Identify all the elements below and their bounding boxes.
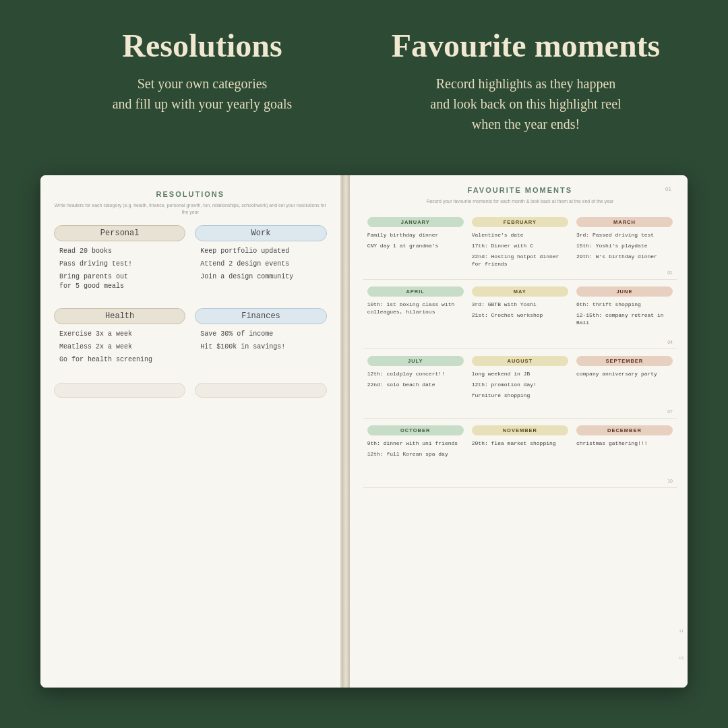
moments-header: Favourite moments Record highlights as t… — [364, 27, 688, 134]
notebook-spine — [342, 175, 350, 688]
resolutions-subtitle: Set your own categoriesand fill up with … — [40, 73, 364, 114]
moment-text: Family birthday dinner — [367, 231, 464, 239]
moment-text: christmas gathering!!! — [576, 439, 673, 447]
month-label-january: JANUARY — [367, 217, 464, 227]
res-item: Meatless 2x a week — [54, 342, 185, 352]
empty-label-2 — [195, 383, 326, 398]
month-label-march: MARCH — [576, 217, 673, 227]
res-item: Exercise 3x a week — [54, 330, 185, 339]
month-april: APRIL 10th: 1st boxing class with collea… — [363, 284, 468, 344]
category-work: Work Keep portfolio updated Attend 2 des… — [195, 225, 326, 295]
category-finances: Finances Save 30% of income Hit $100k in… — [195, 308, 326, 368]
category-work-label: Work — [195, 225, 326, 241]
resolution-grid: Personal Read 20 books Pass driving test… — [54, 225, 327, 372]
moment-text: company anniversary party — [576, 370, 673, 377]
res-item: Save 30% of income — [195, 330, 326, 339]
category-health-label: Health — [54, 308, 185, 324]
month-november: NOVEMBER 20th: flea market shopping — [468, 423, 572, 483]
moments-row-3: JULY 12th: coldplay concert!! 22nd: solo… — [363, 353, 677, 419]
res-item: Go for health screening — [54, 355, 185, 365]
right-page-subtitle: Record your favourite moments for each m… — [363, 198, 677, 205]
empty-label-1 — [54, 383, 185, 398]
row-num-3: 07 — [667, 409, 673, 414]
month-february: FEBRUARY Valentine's date 17th: Dinner w… — [468, 214, 572, 275]
month-september: SEPTEMBER company anniversary party 07 — [572, 353, 677, 414]
moment-text: furniture shopping — [472, 392, 568, 399]
empty-category-1 — [54, 383, 185, 403]
left-page-title: RESOLUTIONS — [54, 190, 327, 198]
page-number: 01 — [665, 186, 671, 192]
moment-text: 9th: dinner with uni friends — [367, 439, 464, 447]
moment-text: 12th: promotion day! — [472, 381, 568, 388]
res-item: Attend 2 design events — [195, 260, 326, 269]
moment-text: 20th: flea market shopping — [472, 439, 568, 447]
moments-title: Favourite moments — [364, 27, 688, 64]
month-january: JANUARY Family birthday dinner CNY day 1… — [363, 214, 468, 275]
moment-text: 12th: coldplay concert!! — [367, 370, 464, 377]
moment-text: 10th: 1st boxing class with colleagues, … — [367, 301, 464, 315]
month-label-april: APRIL — [367, 286, 464, 297]
month-label-september: SEPTEMBER — [576, 356, 673, 366]
moment-text: Valentine's date — [472, 231, 568, 239]
month-may: MAY 3rd: GBTB with Yoshi 21st: Crochet w… — [468, 284, 572, 344]
moment-text: 15th: Yoshi's playdate — [576, 242, 673, 249]
month-label-february: FEBRUARY — [472, 217, 568, 227]
moments-row-1: JANUARY Family birthday dinner CNY day 1… — [363, 214, 677, 280]
res-item: Hit $100k in savings! — [195, 342, 326, 352]
category-personal: Personal Read 20 books Pass driving test… — [54, 225, 185, 295]
moment-text: 22nd: solo beach date — [367, 381, 464, 388]
month-december: DECEMBER christmas gathering!!! 10 — [572, 423, 677, 483]
row-num-11: 11 — [679, 628, 684, 634]
res-item: Read 20 books — [54, 247, 185, 256]
resolutions-title: Resolutions — [40, 27, 364, 64]
month-label-august: AUGUST — [472, 356, 568, 366]
month-label-october: OCTOBER — [367, 425, 464, 435]
row-num-12: 12 — [679, 655, 684, 661]
moments-row-4: OCTOBER 9th: dinner with uni friends 12t… — [363, 423, 677, 488]
empty-categories — [54, 383, 327, 403]
month-label-july: JULY — [367, 356, 464, 366]
moment-text: CNY day 1 at grandma's — [367, 242, 464, 249]
right-page-title: FAVOURITE MOMENTS — [363, 186, 677, 194]
month-label-november: NOVEMBER — [472, 425, 568, 435]
row-num-1: 01 — [667, 270, 673, 275]
res-item: Keep portfolio updated — [195, 247, 326, 256]
moments-subtitle: Record highlights as they happenand look… — [364, 73, 688, 134]
res-item: Pass driving test! — [54, 260, 185, 269]
row-num-4: 10 — [667, 479, 673, 483]
moment-text: long weekend in JB — [472, 370, 568, 377]
moment-text: 17th: Dinner with C — [472, 242, 568, 249]
moment-text: 12-15th: company retreat in Bali — [576, 311, 673, 326]
empty-category-2 — [195, 383, 326, 403]
category-health: Health Exercise 3x a week Meatless 2x a … — [54, 308, 185, 368]
left-page-subtitle: Write headers for each category (e.g. he… — [54, 202, 327, 216]
category-finances-label: Finances — [195, 308, 326, 324]
month-march: MARCH 3rd: Passed driving test 15th: Yos… — [572, 214, 677, 275]
moment-text: 12th: full Korean spa day — [367, 450, 464, 458]
month-july: JULY 12th: coldplay concert!! 22nd: solo… — [363, 353, 468, 414]
category-personal-label: Personal — [54, 225, 185, 241]
moment-text: 3rd: Passed driving test — [576, 231, 673, 239]
month-october: OCTOBER 9th: dinner with uni friends 12t… — [363, 423, 468, 483]
moment-text: 29th: W's birthday dinner — [576, 253, 673, 260]
res-item: Join a design community — [195, 272, 326, 282]
moment-text: 22nd: Hosting hotpot dinner for friends — [472, 253, 568, 268]
month-august: AUGUST long weekend in JB 12th: promotio… — [468, 353, 572, 414]
moments-row-2: APRIL 10th: 1st boxing class with collea… — [363, 284, 677, 349]
moment-text: 3rd: GBTB with Yoshi — [472, 301, 568, 308]
left-page: RESOLUTIONS Write headers for each categ… — [40, 175, 342, 688]
header: Resolutions Set your own categoriesand f… — [0, 0, 728, 148]
row-num-2: 04 — [667, 340, 673, 344]
month-label-december: DECEMBER — [576, 425, 673, 435]
month-label-june: JUNE — [576, 286, 673, 297]
moment-text: 21st: Crochet workshop — [472, 311, 568, 319]
right-page: FAVOURITE MOMENTS 01 Record your favouri… — [350, 175, 688, 688]
resolutions-header: Resolutions Set your own categoriesand f… — [40, 27, 364, 134]
res-item: Bring parents outfor 5 good meals — [54, 272, 185, 291]
notebook: RESOLUTIONS Write headers for each categ… — [40, 175, 688, 688]
month-june: JUNE 6th: thrift shopping 12-15th: compa… — [572, 284, 677, 344]
moment-text: 6th: thrift shopping — [576, 301, 673, 308]
month-label-may: MAY — [472, 286, 568, 297]
